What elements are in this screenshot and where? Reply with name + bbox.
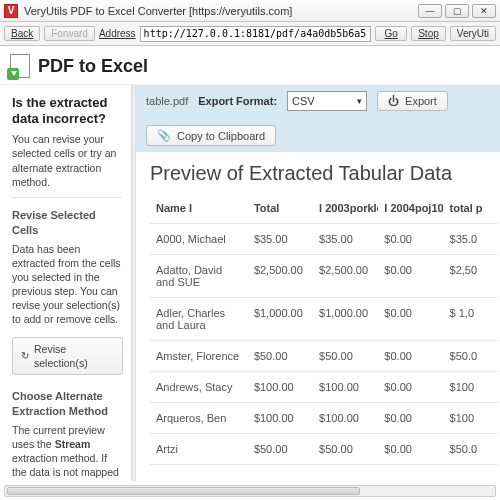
window-titlebar: V VeryUtils PDF to Excel Converter [http…	[0, 0, 500, 22]
table-header: Total	[248, 193, 313, 224]
app-icon: V	[4, 4, 18, 18]
window-minimize-button[interactable]: —	[418, 4, 442, 18]
sidebar: Is the extracted data incorrect? You can…	[0, 85, 132, 481]
table-row: Andrews, Stacy$100.00$100.00$0.00$100	[150, 372, 498, 403]
revise-selections-label: Revise selection(s)	[34, 342, 114, 370]
back-button[interactable]: Back	[4, 26, 40, 41]
copy-to-clipboard-button[interactable]: 📎 Copy to Clipboard	[146, 125, 276, 146]
table-cell: $2,500.00	[248, 255, 313, 298]
power-icon: ⏻	[388, 95, 399, 107]
copy-to-clipboard-label: Copy to Clipboard	[177, 130, 265, 142]
sidebar-alt-title: Choose Alternate Extraction Method	[12, 389, 123, 419]
table-cell: Andrews, Stacy	[150, 372, 248, 403]
sidebar-question-title: Is the extracted data incorrect?	[12, 95, 123, 126]
brand-button[interactable]: VeryUti	[450, 26, 496, 41]
table-cell: $0.00	[378, 224, 443, 255]
export-format-value: CSV	[292, 95, 315, 107]
table-cell: Adler, Charles and Laura	[150, 298, 248, 341]
table-cell: $1,000.00	[313, 298, 378, 341]
table-row: Amster, Florence$50.00$50.00$0.00$50.0	[150, 341, 498, 372]
table-cell: Amster, Florence	[150, 341, 248, 372]
table-cell: $50.0	[444, 341, 498, 372]
export-toolbar: table.pdf Export Format: CSV ▾ ⏻ Export …	[136, 85, 500, 152]
table-row: Adler, Charles and Laura$1,000.00$1,000.…	[150, 298, 498, 341]
table-cell: $50.00	[248, 341, 313, 372]
horizontal-scrollbar[interactable]	[4, 485, 496, 497]
table-header: I 2004poj10In	[378, 193, 443, 224]
export-button[interactable]: ⏻ Export	[377, 91, 448, 111]
table-cell: $0.00	[378, 372, 443, 403]
page-title: PDF to Excel	[38, 56, 148, 77]
forward-button[interactable]: Forward	[44, 26, 95, 41]
window-close-button[interactable]: ✕	[472, 4, 496, 18]
table-cell: $100.00	[313, 372, 378, 403]
sidebar-question-body: You can revise your selected cells or tr…	[12, 132, 123, 189]
data-table-container: Name ITotalI 2003porkIonI 2004poj10Intot…	[136, 193, 500, 465]
sidebar-alt-body: The current preview uses the Stream extr…	[12, 423, 123, 481]
table-header: Name I	[150, 193, 248, 224]
stop-button[interactable]: Stop	[411, 26, 446, 41]
table-cell: $1,000.00	[248, 298, 313, 341]
table-cell: $100.00	[248, 403, 313, 434]
table-cell: $0.00	[378, 298, 443, 341]
table-cell: $100	[444, 372, 498, 403]
content-area: table.pdf Export Format: CSV ▾ ⏻ Export …	[136, 85, 500, 481]
table-row: A000, Michael$35.00$35.00$0.00$35.0	[150, 224, 498, 255]
table-cell: Adatto, David and SUE	[150, 255, 248, 298]
sidebar-revise-body: Data has been extracted from the cells y…	[12, 242, 123, 327]
window-maximize-button[interactable]: ▢	[445, 4, 469, 18]
table-row: Adatto, David and SUE$2,500.00$2,500.00$…	[150, 255, 498, 298]
table-cell: $100.00	[248, 372, 313, 403]
table-header: total p	[444, 193, 498, 224]
table-cell: $0.00	[378, 255, 443, 298]
table-cell: Artzi	[150, 434, 248, 465]
clipboard-icon: 📎	[157, 129, 171, 142]
scrollbar-thumb[interactable]	[7, 487, 360, 495]
export-format-label: Export Format:	[198, 95, 277, 107]
table-cell: $100	[444, 403, 498, 434]
table-cell: Arqueros, Ben	[150, 403, 248, 434]
table-cell: A000, Michael	[150, 224, 248, 255]
table-cell: $2,50	[444, 255, 498, 298]
page-header: PDF to Excel	[0, 46, 500, 85]
table-row: Arqueros, Ben$100.00$100.00$0.00$100	[150, 403, 498, 434]
pdf-to-excel-icon	[10, 54, 30, 78]
address-input[interactable]	[140, 26, 372, 42]
table-cell: $35.00	[248, 224, 313, 255]
table-cell: $35.00	[313, 224, 378, 255]
table-cell: $ 1,0	[444, 298, 498, 341]
browser-toolbar: Back Forward Address Go Stop VeryUti	[0, 22, 500, 46]
current-file-label: table.pdf	[146, 95, 188, 107]
table-cell: $100.00	[313, 403, 378, 434]
sidebar-divider	[12, 197, 123, 198]
table-cell: $50.00	[313, 434, 378, 465]
preview-title: Preview of Extracted Tabular Data	[136, 152, 500, 193]
table-cell: $50.0	[444, 434, 498, 465]
chevron-down-icon: ▾	[357, 96, 362, 106]
revise-selections-button[interactable]: ↻ Revise selection(s)	[12, 337, 123, 375]
export-format-select[interactable]: CSV ▾	[287, 91, 367, 111]
address-label: Address	[99, 28, 136, 39]
export-button-label: Export	[405, 95, 437, 107]
sidebar-revise-title: Revise Selected Cells	[12, 208, 123, 238]
table-cell: $0.00	[378, 403, 443, 434]
table-header: I 2003porkIon	[313, 193, 378, 224]
table-cell: $0.00	[378, 434, 443, 465]
table-row: Artzi$50.00$50.00$0.00$50.0	[150, 434, 498, 465]
table-cell: $50.00	[248, 434, 313, 465]
table-cell: $50.00	[313, 341, 378, 372]
main-area: Is the extracted data incorrect? You can…	[0, 85, 500, 481]
refresh-icon: ↻	[21, 349, 29, 363]
table-cell: $0.00	[378, 341, 443, 372]
go-button[interactable]: Go	[375, 26, 407, 41]
data-table: Name ITotalI 2003porkIonI 2004poj10Intot…	[150, 193, 498, 465]
table-cell: $2,500.00	[313, 255, 378, 298]
table-cell: $35.0	[444, 224, 498, 255]
window-title: VeryUtils PDF to Excel Converter [https:…	[24, 5, 418, 17]
